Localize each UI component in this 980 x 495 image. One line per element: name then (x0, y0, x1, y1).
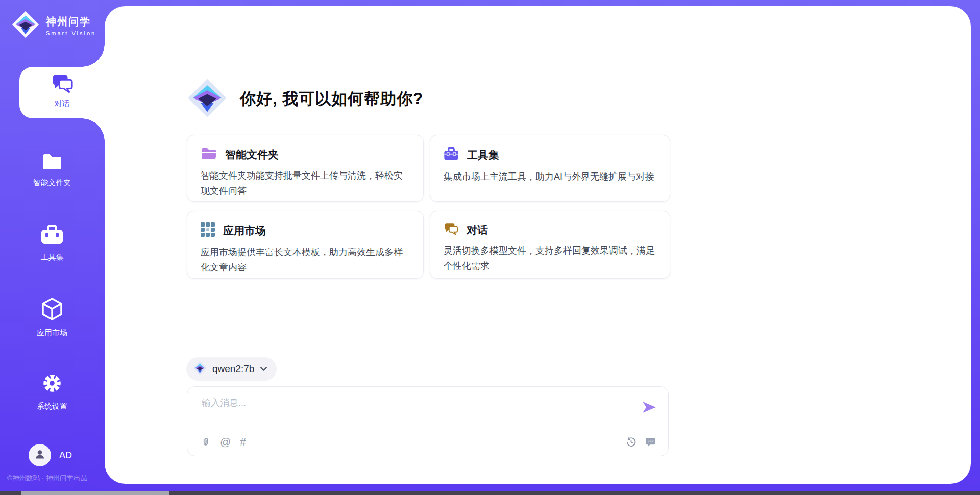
user-account[interactable]: AD (29, 444, 72, 466)
gear-icon (40, 388, 64, 397)
composer-divider (194, 430, 661, 430)
brand-subtitle: Smart Vision (46, 30, 96, 36)
toolbox-icon (444, 146, 459, 163)
grid-icon (201, 222, 215, 239)
assistant-diamond-icon (187, 78, 228, 120)
quick-phrases-icon[interactable] (645, 436, 656, 448)
card-title: 智能文件夹 (225, 147, 279, 162)
greeting-block: 你好, 我可以如何帮助你? (187, 78, 423, 120)
card-title: 工具集 (467, 148, 499, 162)
history-icon[interactable] (626, 436, 636, 448)
sidebar-item-label: 工具集 (12, 253, 92, 262)
brand-diamond-icon (11, 10, 40, 41)
chat-icon (51, 87, 74, 95)
horizontal-scrollbar (0, 491, 980, 495)
send-icon[interactable] (642, 400, 657, 414)
sidebar-item-label: 对话 (19, 99, 105, 109)
model-selector[interactable]: qwen2:7b (186, 357, 277, 381)
feature-card-chat[interactable]: 对话 灵活切换多模型文件，支持多样回复效果调试，满足个性化需求 (430, 211, 670, 279)
sidebar-item-toolbox[interactable]: 工具集 (12, 224, 92, 262)
topic-icon[interactable]: # (240, 436, 246, 448)
chevron-down-icon (260, 364, 267, 374)
sidebar-item-chat[interactable]: 对话 (19, 67, 105, 118)
chat-bubbles-icon (444, 222, 458, 237)
folder-icon (41, 164, 63, 173)
message-composer: @ # (187, 386, 669, 456)
scrollbar-thumb[interactable] (21, 491, 169, 495)
copyright-footer: ©神州数码 · 神州问学出品 (7, 474, 87, 483)
sidebar-item-settings[interactable]: 系统设置 (12, 372, 92, 411)
card-description: 集成市场上主流工具，助力AI与外界无缝扩展与对接 (444, 169, 656, 184)
app-window: 神州问学 Smart Vision 对话 智能文件夹 (0, 0, 980, 495)
cube-icon (41, 314, 63, 323)
avatar (29, 444, 51, 466)
user-name: AD (59, 450, 72, 461)
person-icon (34, 448, 46, 462)
card-title: 应用市场 (223, 224, 266, 238)
tab-fillet-bottom (82, 118, 105, 141)
brand-logo: 神州问学 Smart Vision (11, 10, 96, 41)
feature-card-toolbox[interactable]: 工具集 集成市场上主流工具，助力AI与外界无缝扩展与对接 (430, 135, 670, 202)
toolbox-icon (40, 239, 64, 247)
model-diamond-icon (193, 361, 207, 377)
sidebar-item-label: 应用市场 (12, 328, 92, 338)
mention-icon[interactable]: @ (220, 436, 231, 448)
card-title: 对话 (467, 223, 488, 237)
sidebar-item-label: 系统设置 (12, 402, 92, 411)
folder-open-icon (201, 146, 217, 162)
tab-fillet-top (82, 44, 105, 67)
card-description: 应用市场提供丰富长文本模板，助力高效生成多样化文章内容 (201, 244, 410, 275)
attachment-icon[interactable] (201, 436, 211, 448)
greeting-title: 你好, 我可以如何帮助你? (240, 88, 423, 110)
feature-card-smart-folder[interactable]: 智能文件夹 智能文件夹功能支持批量文件上传与清洗，轻松实现文件问答 (187, 135, 424, 202)
sidebar-item-label: 智能文件夹 (12, 178, 92, 188)
card-description: 灵活切换多模型文件，支持多样回复效果调试，满足个性化需求 (444, 243, 656, 274)
model-name: qwen2:7b (212, 363, 254, 375)
brand-name: 神州问学 (46, 16, 91, 27)
feature-card-app-market[interactable]: 应用市场 应用市场提供丰富长文本模板，助力高效生成多样化文章内容 (187, 211, 424, 279)
card-description: 智能文件夹功能支持批量文件上传与清洗，轻松实现文件问答 (201, 168, 410, 199)
sidebar-item-smart-folder[interactable]: 智能文件夹 (12, 152, 92, 188)
message-input[interactable] (201, 395, 631, 427)
sidebar-item-app-market[interactable]: 应用市场 (12, 297, 92, 338)
